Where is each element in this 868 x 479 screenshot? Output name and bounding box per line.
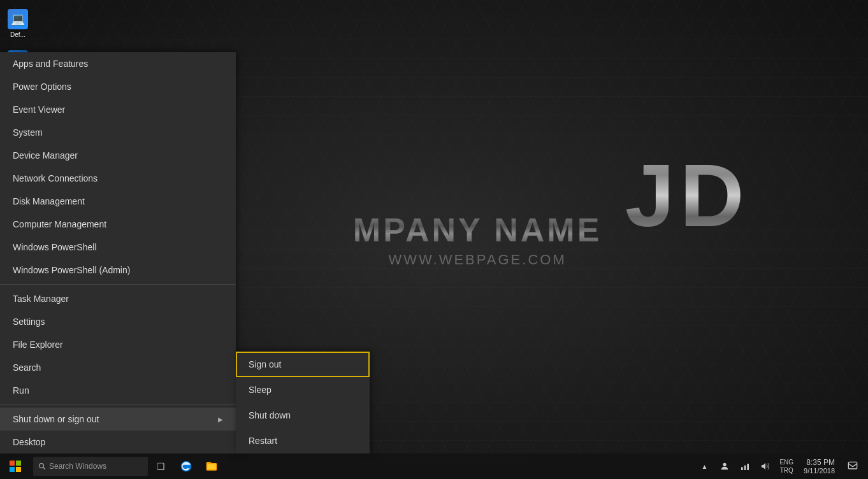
windows-logo-icon xyxy=(10,461,21,472)
jd-logo: JD xyxy=(625,144,749,247)
svg-rect-8 xyxy=(744,466,746,470)
menu-item-windows-powershell-admin[interactable]: Windows PowerShell (Admin) xyxy=(0,259,236,282)
taskbar-right: ▲ xyxy=(695,456,868,476)
menu-divider-2 xyxy=(0,404,236,405)
taskbar: Search Windows ❑ ▲ xyxy=(0,454,868,479)
menu-item-event-viewer-label: Event Viewer xyxy=(13,104,65,115)
menu-item-settings[interactable]: Settings xyxy=(0,310,236,333)
task-view-icon: ❑ xyxy=(157,461,165,471)
menu-item-run-label: Run xyxy=(13,385,29,396)
menu-item-task-manager-label: Task Manager xyxy=(13,294,69,304)
menu-item-search[interactable]: Search xyxy=(0,356,236,379)
menu-item-apps-features-label: Apps and Features xyxy=(13,59,88,69)
menu-item-disk-management[interactable]: Disk Management xyxy=(0,190,236,213)
svg-rect-9 xyxy=(748,464,749,470)
taskbar-search[interactable]: Search Windows xyxy=(33,457,148,476)
clock-date: 9/11/2018 xyxy=(804,467,835,475)
notification-icon xyxy=(848,461,858,471)
language-indicator[interactable]: ENG TRQ xyxy=(777,458,796,475)
menu-item-shutdown-signout-label: Shut down or sign out xyxy=(13,414,99,424)
menu-item-device-manager[interactable]: Device Manager xyxy=(0,144,236,167)
menu-item-device-manager-label: Device Manager xyxy=(13,150,78,161)
menu-item-event-viewer[interactable]: Event Viewer xyxy=(0,98,236,121)
svg-rect-1 xyxy=(16,461,21,466)
chevron-up-icon: ▲ xyxy=(701,463,707,470)
start-button[interactable] xyxy=(0,454,31,479)
clock-time: 8:35 PM xyxy=(804,458,835,467)
desktop: MPANY NAME WWW.WEBPAGE.COM JD 💻 Def... T… xyxy=(0,0,868,479)
submenu-item-shut-down[interactable]: Shut down xyxy=(236,403,370,428)
tray-overflow-button[interactable]: ▲ xyxy=(695,457,713,475)
menu-item-shutdown-signout[interactable]: Shut down or sign out ▶ xyxy=(0,408,236,431)
menu-divider-1 xyxy=(0,284,236,285)
notification-button[interactable] xyxy=(843,456,863,476)
arrow-icon: ▶ xyxy=(218,416,223,423)
people-icon[interactable] xyxy=(716,457,734,475)
volume-icon[interactable] xyxy=(756,457,774,475)
svg-rect-7 xyxy=(741,467,743,470)
network-icon[interactable] xyxy=(736,457,754,475)
company-name: MPANY NAME xyxy=(353,211,602,249)
menu-item-run[interactable]: Run xyxy=(0,379,236,402)
svg-point-6 xyxy=(723,463,727,466)
submenu-item-sleep-label: Sleep xyxy=(249,385,271,395)
menu-item-power-options-label: Power Options xyxy=(13,82,71,92)
menu-item-system[interactable]: System xyxy=(0,121,236,144)
menu-item-desktop-label: Desktop xyxy=(13,437,45,447)
svg-rect-0 xyxy=(10,461,15,466)
language-primary: ENG xyxy=(779,458,793,466)
menu-item-apps-features[interactable]: Apps and Features xyxy=(0,52,236,75)
svg-rect-2 xyxy=(10,467,15,472)
menu-item-computer-management-label: Computer Management xyxy=(13,219,106,229)
submenu-item-sign-out[interactable]: Sign out xyxy=(236,352,370,377)
submenu-item-restart[interactable]: Restart xyxy=(236,428,370,454)
menu-item-task-manager[interactable]: Task Manager xyxy=(0,287,236,310)
svg-rect-11 xyxy=(848,462,857,469)
volume-svg-icon xyxy=(760,461,770,471)
company-url: WWW.WEBPAGE.COM xyxy=(353,252,602,268)
file-explorer-taskbar-icon[interactable] xyxy=(199,454,224,479)
taskbar-search-placeholder: Search Windows xyxy=(49,462,106,471)
clock-display[interactable]: 8:35 PM 9/11/2018 xyxy=(799,458,840,475)
menu-item-system-label: System xyxy=(13,127,43,138)
edge-browser-icon[interactable] xyxy=(173,454,199,479)
menu-item-file-explorer-label: File Explorer xyxy=(13,340,63,350)
people-svg-icon xyxy=(720,461,730,471)
search-icon xyxy=(38,462,46,470)
submenu-item-sleep[interactable]: Sleep xyxy=(236,377,370,403)
menu-item-file-explorer[interactable]: File Explorer xyxy=(0,333,236,356)
svg-point-4 xyxy=(40,464,44,468)
menu-item-desktop[interactable]: Desktop xyxy=(0,431,236,454)
company-watermark: MPANY NAME WWW.WEBPAGE.COM xyxy=(353,211,602,268)
desktop-icon-img-1: 💻 xyxy=(8,9,28,29)
svg-marker-10 xyxy=(762,463,765,470)
svg-rect-3 xyxy=(16,467,21,472)
task-view-button[interactable]: ❑ xyxy=(148,454,173,479)
menu-item-settings-label: Settings xyxy=(13,317,45,327)
menu-item-windows-powershell[interactable]: Windows PowerShell xyxy=(0,236,236,259)
submenu-shutdown: Sign out Sleep Shut down Restart xyxy=(236,352,370,454)
menu-item-search-label: Search xyxy=(13,362,41,373)
menu-item-windows-powershell-admin-label: Windows PowerShell (Admin) xyxy=(13,265,130,275)
language-secondary: TRQ xyxy=(779,466,793,475)
submenu-item-shut-down-label: Shut down xyxy=(249,410,291,420)
context-menu: Apps and Features Power Options Event Vi… xyxy=(0,52,236,454)
svg-line-5 xyxy=(43,468,46,470)
menu-item-disk-management-label: Disk Management xyxy=(13,196,85,206)
submenu-item-sign-out-label: Sign out xyxy=(249,359,281,369)
submenu-item-restart-label: Restart xyxy=(249,436,277,446)
menu-item-network-connections[interactable]: Network Connections xyxy=(0,167,236,190)
desktop-icon-1[interactable]: 💻 Def... xyxy=(3,6,33,41)
menu-item-network-connections-label: Network Connections xyxy=(13,173,98,183)
folder-icon xyxy=(205,460,218,473)
desktop-icon-label-1: Def... xyxy=(10,31,25,39)
menu-item-computer-management[interactable]: Computer Management xyxy=(0,213,236,236)
edge-icon xyxy=(180,460,192,473)
menu-item-power-options[interactable]: Power Options xyxy=(0,75,236,98)
network-svg-icon xyxy=(740,461,750,471)
menu-item-windows-powershell-label: Windows PowerShell xyxy=(13,242,97,252)
